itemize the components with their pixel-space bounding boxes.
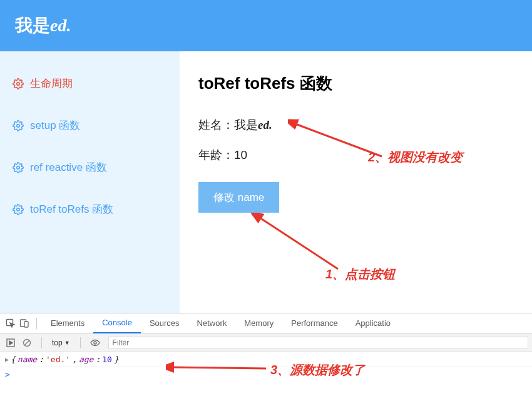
app-header: 我是ed. [0,0,532,51]
tab-network[interactable]: Network [188,313,236,333]
brand-logo: 我是ed. [15,14,71,38]
tab-elements[interactable]: Elements [42,313,93,333]
svg-marker-12 [9,341,13,345]
age-field: 年龄：10 [198,147,513,163]
eye-icon[interactable] [88,336,102,350]
name-value-prefix: 我是 [234,118,258,131]
context-selector[interactable]: top ▼ [49,338,73,347]
sidebar-item-toref[interactable]: toRef toRefs 函数 [0,188,180,230]
sidebar-item-label: setup 函数 [30,118,80,133]
tab-application[interactable]: Applicatio [347,313,399,333]
context-label: top [52,338,63,347]
tab-performance[interactable]: Performance [282,313,346,333]
app-body: 生命周期 setup 函数 ref reactive 函数 toRef toRe… [0,51,532,313]
svg-rect-10 [24,322,28,327]
brand-prefix: 我是 [15,16,50,35]
main-content: toRef toRefs 函数 姓名：我是ed. 年龄：10 修改 name [180,51,532,313]
log-value: 'ed.' [46,355,70,364]
brand-italic: ed. [50,16,71,35]
filter-input[interactable] [108,337,528,349]
sidebar-item-label: 生命周期 [30,76,73,91]
console-prompt[interactable]: > [0,367,532,382]
log-key: name [18,355,37,364]
tab-sources[interactable]: Sources [141,313,188,333]
log-brace: { [11,355,16,364]
name-label: 姓名： [198,118,234,131]
sidebar-item-ref-reactive[interactable]: ref reactive 函数 [0,146,180,188]
page-title: toRef toRefs 函数 [198,73,513,94]
age-label: 年龄： [198,148,234,161]
svg-point-2 [17,166,20,169]
devtools-panel: Elements Console Sources Network Memory … [0,313,532,382]
tab-memory[interactable]: Memory [235,313,282,333]
console-log-line[interactable]: ▶ {name: 'ed.', age: 10} [5,355,527,364]
sidebar-item-label: ref reactive 函数 [30,160,107,175]
tab-console[interactable]: Console [93,313,141,333]
console-output: ▶ {name: 'ed.', age: 10} [0,352,532,367]
svg-point-0 [17,82,20,85]
svg-point-3 [17,208,20,211]
svg-line-14 [24,340,29,345]
modify-name-button[interactable]: 修改 name [198,182,279,213]
age-value: 10 [234,148,247,161]
sidebar: 生命周期 setup 函数 ref reactive 函数 toRef toRe… [0,51,180,313]
separator [36,318,37,329]
sidebar-item-setup[interactable]: setup 函数 [0,104,180,146]
name-value-italic: ed. [258,118,272,131]
expand-triangle-icon[interactable]: ▶ [5,356,9,363]
gear-icon [13,204,24,215]
gear-icon [13,120,24,131]
separator [80,337,81,348]
device-toggle-icon[interactable] [18,317,31,330]
inspect-element-icon[interactable] [4,317,18,330]
sidebar-item-lifecycle[interactable]: 生命周期 [0,63,180,104]
svg-point-15 [94,342,96,344]
log-value: 10 [102,355,112,364]
console-toolbar: top ▼ [0,333,532,352]
clear-console-icon[interactable] [20,336,34,350]
sidebar-item-label: toRef toRefs 函数 [30,202,113,216]
separator [41,337,42,348]
gear-icon [13,78,24,89]
svg-point-1 [17,124,20,127]
chevron-down-icon: ▼ [64,340,70,346]
gear-icon [13,162,24,173]
name-field: 姓名：我是ed. [198,117,513,133]
console-play-icon[interactable] [4,336,18,350]
log-key: age [79,355,93,364]
devtools-tabs: Elements Console Sources Network Memory … [0,313,532,333]
